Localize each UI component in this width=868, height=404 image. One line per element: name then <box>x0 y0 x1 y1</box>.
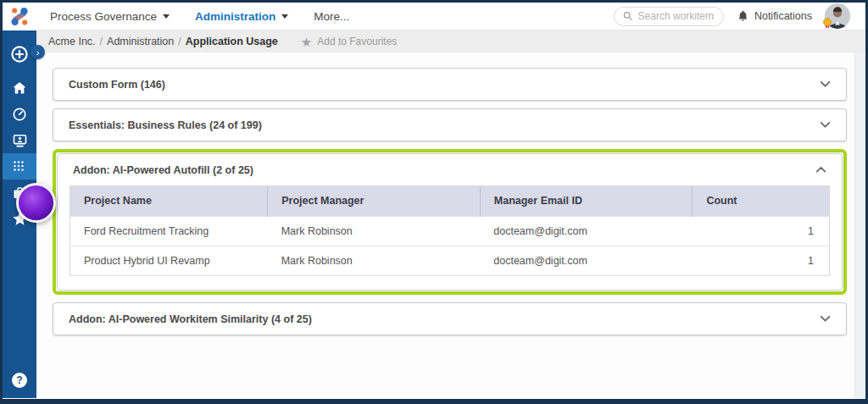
panel-title: Custom Form (146) <box>69 79 820 91</box>
favourite-label: Add to Favourites <box>317 36 397 47</box>
search-box[interactable] <box>614 7 724 26</box>
accordion-panel-business-rules: Essentials: Business Rules (24 of 199) <box>53 108 847 141</box>
highlight-border: Addon: AI-Powered Autofill (2 of 25) <box>53 149 847 295</box>
gauge-icon <box>12 107 27 122</box>
home-icon <box>12 80 27 96</box>
menu-administration[interactable]: Administration <box>195 10 288 23</box>
menu-process-governance[interactable]: Process Governance <box>50 10 170 23</box>
click-indicator <box>16 183 56 223</box>
sidebar-expand-chevron[interactable]: › <box>31 45 45 59</box>
breadcrumb-separator: / <box>178 36 181 47</box>
panel-header[interactable]: Essentials: Business Rules (24 of 199) <box>53 109 846 141</box>
cell-project-manager: Mark Robinson <box>268 246 481 275</box>
bell-icon <box>737 9 749 23</box>
breadcrumb-separator: / <box>100 36 103 47</box>
breadcrumb: Acme Inc. / Administration / Application… <box>36 30 865 53</box>
main-area: Acme Inc. / Administration / Application… <box>36 30 865 398</box>
chevron-down-icon <box>820 80 831 88</box>
table-row: Product Hybrid UI Revamp Mark Robinson d… <box>70 246 829 275</box>
user-avatar[interactable] <box>825 3 850 29</box>
panel-title: Addon: AI-Powered Autofill (2 of 25) <box>73 164 815 176</box>
monitor-person-icon <box>12 133 28 148</box>
col-header-manager-email: Manager Email ID <box>480 186 693 216</box>
breadcrumb-current-page: Application Usage <box>186 36 278 47</box>
header-actions: Notifications <box>614 3 865 29</box>
panel-header[interactable]: Addon: AI-Powered Workitem Similarity (4… <box>53 303 846 335</box>
scrollbar[interactable] <box>854 53 865 398</box>
sidebar-item-dashboard[interactable] <box>3 101 36 127</box>
help-button[interactable]: ? <box>12 373 27 388</box>
cell-project-manager: Mark Robinson <box>268 216 481 246</box>
panel-header[interactable]: Custom Form (146) <box>53 69 846 100</box>
cell-project-name: Ford Recruitment Tracking <box>70 216 268 246</box>
sidebar-item-apps[interactable] <box>3 153 36 180</box>
table-header-row: Project Name Project Manager Manager Ema… <box>70 186 829 216</box>
chevron-up-icon <box>815 166 826 174</box>
caret-down-icon <box>163 14 170 19</box>
notifications-label: Notifications <box>754 10 812 22</box>
search-icon <box>623 10 633 22</box>
panel-title: Essentials: Business Rules (24 of 199) <box>69 119 820 131</box>
chevron-down-icon <box>820 315 831 323</box>
cell-count: 1 <box>693 216 829 246</box>
chevron-down-icon <box>820 121 831 129</box>
plus-circle-icon <box>10 45 29 64</box>
medal-badge-icon <box>822 18 832 30</box>
cell-manager-email: docteam@digit.com <box>480 246 693 275</box>
brand-logo-icon <box>7 5 32 28</box>
cell-manager-email: docteam@digit.com <box>480 216 693 246</box>
menu-label: Administration <box>195 10 275 23</box>
menu-label: Process Governance <box>50 10 157 23</box>
main-menu: Process Governance Administration More..… <box>50 10 349 23</box>
accordion-panel-ai-autofill: Addon: AI-Powered Autofill (2 of 25) <box>57 153 843 291</box>
table-row: Ford Recruitment Tracking Mark Robinson … <box>70 216 829 246</box>
menu-more[interactable]: More... <box>314 10 349 23</box>
apps-grid-icon <box>12 159 27 174</box>
col-header-project-name: Project Name <box>70 186 268 216</box>
sidebar-item-home[interactable] <box>3 75 36 101</box>
add-to-favourites-button[interactable]: ★ Add to Favourites <box>301 36 398 48</box>
content-area: Custom Form (146) Essentials: Business R… <box>36 53 865 398</box>
col-header-count: Count <box>693 186 829 216</box>
panel-header[interactable]: Addon: AI-Powered Autofill (2 of 25) <box>58 154 842 185</box>
cell-project-name: Product Hybrid UI Revamp <box>70 246 268 275</box>
search-input[interactable] <box>638 10 715 22</box>
app-window: Process Governance Administration More..… <box>0 0 868 404</box>
cell-count: 1 <box>693 246 829 275</box>
col-header-project-manager: Project Manager <box>268 186 481 216</box>
favourite-star-icon: ★ <box>301 36 312 48</box>
breadcrumb-administration[interactable]: Administration <box>107 36 174 47</box>
accordion-panel-custom-form: Custom Form (146) <box>53 68 847 101</box>
sidebar-item-workspace[interactable] <box>3 127 36 153</box>
caret-down-icon <box>281 14 288 19</box>
usage-table: Project Name Project Manager Manager Ema… <box>70 185 830 276</box>
breadcrumb-org[interactable]: Acme Inc. <box>48 36 96 47</box>
top-navbar: Process Governance Administration More..… <box>3 3 865 30</box>
accordion-panel-workitem-similarity: Addon: AI-Powered Workitem Similarity (4… <box>53 302 847 335</box>
notifications-button[interactable]: Notifications <box>737 9 812 23</box>
menu-label: More... <box>314 10 349 23</box>
app-logo[interactable] <box>3 3 36 30</box>
panel-title: Addon: AI-Powered Workitem Similarity (4… <box>69 313 820 325</box>
